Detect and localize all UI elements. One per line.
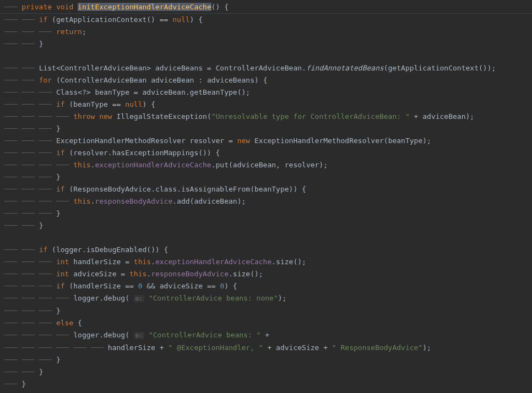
code-line: ─── ─── for (ControllerAdviceBean advice… [0, 74, 532, 86]
code-line: ─── ─── ─── int adviceSize = this.respon… [0, 268, 532, 280]
code-line: ─── } [0, 378, 532, 390]
code-line: ─── ─── if (getApplicationContext() == n… [0, 13, 532, 26]
code-editor[interactable]: ─── private void initExceptionHandlerAdv… [0, 1, 532, 390]
code-line [0, 50, 532, 62]
code-line: ─── private void initExceptionHandlerAdv… [0, 1, 532, 13]
code-line: ─── ─── ─── if (ResponseBodyAdvice.class… [0, 183, 532, 195]
code-line: ─── ─── ─── else { [0, 317, 532, 329]
code-line: ─── ─── ─── ─── this.exceptionHandlerAdv… [0, 159, 532, 171]
code-line: ─── ─── ─── ─── this.responseBodyAdvice.… [0, 195, 532, 208]
code-line: ─── ─── if (logger.isDebugEnabled()) { [0, 244, 532, 256]
code-line: ─── ─── ─── if (handlerSize == 0 && advi… [0, 280, 532, 292]
code-line: ─── ─── } [0, 220, 532, 232]
code-line: ─── ─── ─── ExceptionHandlerMethodResolv… [0, 135, 532, 147]
code-line: ─── ─── ─── if (resolver.hasExceptionMap… [0, 147, 532, 159]
code-line: ─── ─── ─── int handlerSize = this.excep… [0, 256, 532, 268]
code-line: ─── ─── } [0, 38, 532, 50]
code-line: ─── ─── ─── } [0, 171, 532, 183]
code-line: ─── ─── ─── } [0, 305, 532, 317]
code-line [0, 232, 532, 244]
code-line: ─── ─── List<ControllerAdviceBean> advic… [0, 62, 532, 74]
code-line: ─── ─── ─── ─── logger.debug( o: "Contro… [0, 329, 532, 342]
code-line: ─── ─── ─── } [0, 123, 532, 135]
code-line: ─── ─── ─── } [0, 208, 532, 220]
code-line: ─── ─── ─── ─── logger.debug( o: "Contro… [0, 292, 532, 305]
code-line: ─── ─── } [0, 366, 532, 378]
code-line: ─── ─── ─── ─── ─── ─── handlerSize + " … [0, 342, 532, 354]
code-line: ─── ─── ─── return; [0, 26, 532, 38]
code-line: ─── ─── ─── ─── throw new IllegalStateEx… [0, 111, 532, 123]
code-line: ─── ─── ─── if (beanType == null) { [0, 99, 532, 111]
code-line: ─── ─── ─── Class<?> beanType = adviceBe… [0, 86, 532, 99]
code-line: ─── ─── ─── } [0, 354, 532, 366]
